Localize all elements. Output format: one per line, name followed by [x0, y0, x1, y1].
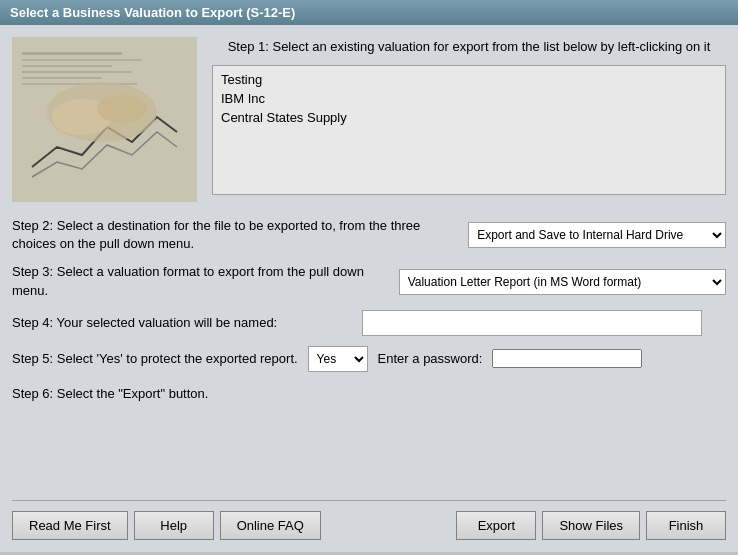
header-image: [12, 37, 197, 202]
svg-rect-5: [22, 77, 102, 79]
top-section: Step 1: Select an existing valuation for…: [12, 37, 726, 202]
read-me-first-button[interactable]: Read Me First: [12, 511, 128, 540]
step4-input[interactable]: [362, 310, 702, 336]
step3-dropdown[interactable]: Valuation Letter Report (in MS Word form…: [399, 269, 726, 295]
step4-label: Step 4: Your selected valuation will be …: [12, 314, 352, 332]
step5-row: Step 5: Select 'Yes' to protect the expo…: [12, 346, 726, 372]
svg-rect-1: [22, 52, 122, 55]
password-input[interactable]: [492, 349, 642, 368]
title-bar: Select a Business Valuation to Export (S…: [0, 0, 738, 25]
step1-text: Step 1: Select an existing valuation for…: [212, 37, 726, 57]
step2-row: Step 2: Select a destination for the fil…: [12, 217, 726, 253]
step5-controls: Yes No Enter a password:: [308, 346, 643, 372]
footer: Read Me First Help Online FAQ Export Sho…: [12, 500, 726, 540]
finish-button[interactable]: Finish: [646, 511, 726, 540]
valuation-item-1[interactable]: IBM Inc: [217, 89, 721, 108]
step1-section: Step 1: Select an existing valuation for…: [212, 37, 726, 202]
valuation-list[interactable]: Testing IBM Inc Central States Supply: [212, 65, 726, 195]
help-button[interactable]: Help: [134, 511, 214, 540]
main-container: Step 1: Select an existing valuation for…: [0, 25, 738, 552]
step4-row: Step 4: Your selected valuation will be …: [12, 310, 726, 336]
footer-right-buttons: Export Show Files Finish: [456, 511, 726, 540]
step3-row: Step 3: Select a valuation format to exp…: [12, 263, 726, 299]
step5-label: Step 5: Select 'Yes' to protect the expo…: [12, 350, 298, 368]
step3-label: Step 3: Select a valuation format to exp…: [12, 263, 389, 299]
password-label: Enter a password:: [378, 351, 483, 366]
svg-rect-4: [22, 71, 132, 73]
step2-label: Step 2: Select a destination for the fil…: [12, 217, 458, 253]
step6-text: Step 6: Select the "Export" button.: [12, 386, 726, 401]
steps-section: Step 2: Select a destination for the fil…: [12, 217, 726, 500]
valuation-item-0[interactable]: Testing: [217, 70, 721, 89]
export-button[interactable]: Export: [456, 511, 536, 540]
svg-rect-2: [22, 59, 142, 61]
step2-dropdown[interactable]: Export and Save to Internal Hard Drive E…: [468, 222, 726, 248]
svg-point-9: [97, 95, 147, 123]
svg-rect-3: [22, 65, 112, 67]
title-label: Select a Business Valuation to Export (S…: [10, 5, 295, 20]
step5-yes-dropdown[interactable]: Yes No: [308, 346, 368, 372]
footer-left-buttons: Read Me First Help Online FAQ: [12, 511, 321, 540]
valuation-item-2[interactable]: Central States Supply: [217, 108, 721, 127]
online-faq-button[interactable]: Online FAQ: [220, 511, 321, 540]
show-files-button[interactable]: Show Files: [542, 511, 640, 540]
